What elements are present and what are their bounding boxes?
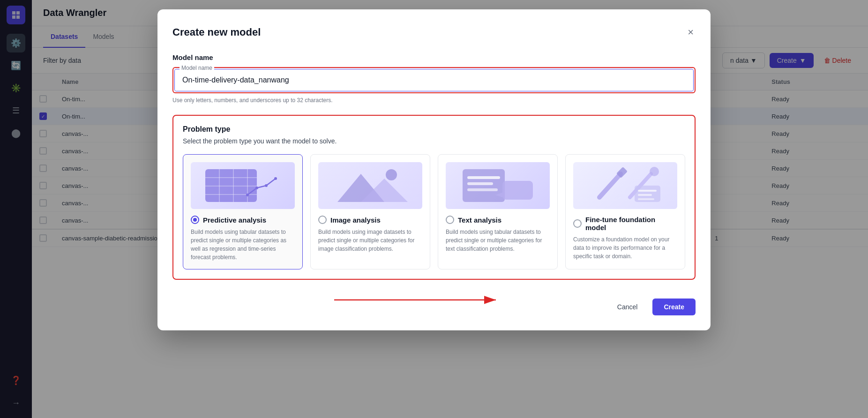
- finetune-radio[interactable]: [573, 219, 582, 228]
- text-radio-row: Text analysis: [446, 216, 550, 224]
- image-description: Build models using image datasets to pre…: [318, 228, 422, 253]
- text-radio[interactable]: [446, 216, 454, 224]
- finetune-radio-row: Fine-tune foundation model: [573, 216, 677, 231]
- problem-card-finetune[interactable]: Fine-tune foundation model Customize a f…: [565, 154, 685, 269]
- predictive-description: Build models using tabular datasets to p…: [191, 228, 295, 261]
- image-radio[interactable]: [318, 216, 327, 224]
- svg-rect-17: [467, 188, 498, 191]
- modal-footer: Cancel Create: [172, 291, 696, 315]
- cancel-button[interactable]: Cancel: [608, 299, 647, 315]
- create-model-button[interactable]: Create: [652, 299, 696, 315]
- svg-point-10: [274, 177, 277, 180]
- svg-point-9: [265, 184, 268, 187]
- image-radio-row: Image analysis: [318, 216, 422, 224]
- problem-type-section: Problem type Select the problem type you…: [172, 115, 696, 280]
- svg-point-7: [246, 194, 249, 196]
- modal-overlay: Create new model × Model name Model name…: [0, 0, 868, 418]
- model-name-float-label: Model name: [180, 65, 214, 71]
- image-type-name: Image analysis: [330, 216, 381, 224]
- problem-card-predictive[interactable]: Predictive analysis Build models using t…: [183, 154, 303, 269]
- create-model-modal: Create new model × Model name Model name…: [157, 9, 711, 330]
- predictive-radio-row: Predictive analysis: [191, 216, 295, 224]
- model-name-field-wrapper: Model name: [174, 69, 694, 91]
- svg-rect-26: [638, 194, 652, 196]
- problem-type-title: Problem type: [183, 125, 685, 134]
- model-name-label: Model name: [172, 53, 696, 61]
- svg-point-23: [650, 167, 659, 176]
- finetune-description: Customize a foundation model on your dat…: [573, 235, 677, 261]
- text-type-name: Text analysis: [458, 216, 501, 224]
- svg-line-20: [599, 174, 621, 197]
- svg-rect-27: [638, 198, 654, 200]
- svg-rect-15: [467, 176, 500, 179]
- problem-card-image[interactable]: Image analysis Build models using image …: [310, 154, 430, 269]
- svg-rect-25: [638, 190, 657, 192]
- model-name-section: Model name Model name Use only letters, …: [172, 53, 696, 104]
- predictive-type-name: Predictive analysis: [203, 216, 266, 224]
- text-illustration: [446, 162, 550, 209]
- problem-type-subtitle: Select the problem type you want the mod…: [183, 137, 685, 145]
- predictive-illustration: [191, 162, 295, 209]
- svg-rect-14: [463, 169, 505, 202]
- problem-card-text[interactable]: Text analysis Build models using tabular…: [438, 154, 558, 269]
- modal-header: Create new model ×: [172, 24, 696, 40]
- modal-close-button[interactable]: ×: [686, 24, 696, 40]
- model-name-container: Model name: [172, 67, 696, 93]
- modal-title: Create new model: [172, 26, 261, 38]
- finetune-type-name: Fine-tune foundation model: [585, 216, 677, 231]
- predictive-radio[interactable]: [191, 216, 199, 224]
- svg-rect-16: [467, 182, 493, 185]
- model-name-hint: Use only letters, numbers, and underscor…: [172, 97, 696, 104]
- problem-cards-grid: Predictive analysis Build models using t…: [183, 154, 685, 269]
- svg-rect-0: [205, 169, 257, 202]
- model-name-input[interactable]: [175, 69, 693, 91]
- svg-point-13: [386, 169, 397, 180]
- svg-point-8: [255, 187, 258, 189]
- svg-rect-18: [502, 181, 533, 200]
- image-illustration: [318, 162, 422, 209]
- finetune-illustration: [573, 162, 677, 209]
- text-description: Build models using tabular datasets to p…: [446, 228, 550, 253]
